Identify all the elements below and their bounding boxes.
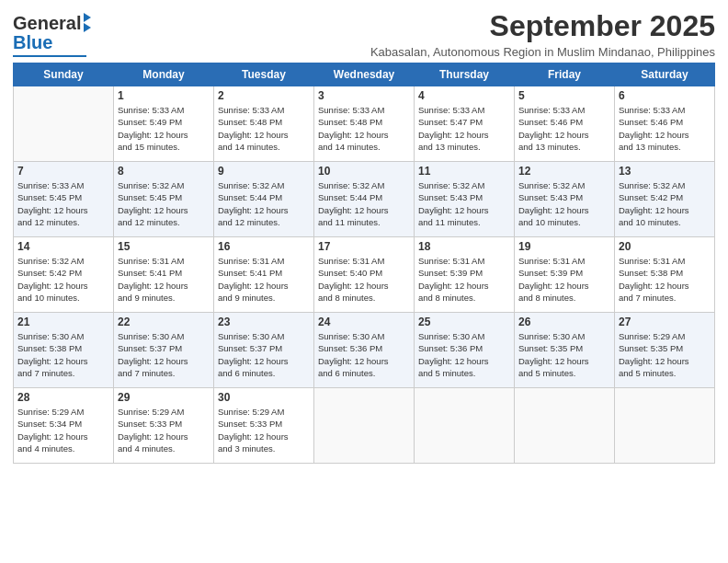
header-row: Sunday Monday Tuesday Wednesday Thursday… [14, 63, 715, 86]
day-number: 11 [418, 165, 510, 178]
calendar-cell: 8Sunrise: 5:32 AM Sunset: 5:45 PM Daylig… [114, 162, 214, 237]
day-info: Sunrise: 5:29 AM Sunset: 5:34 PM Dayligh… [17, 406, 109, 454]
day-info: Sunrise: 5:32 AM Sunset: 5:44 PM Dayligh… [218, 179, 310, 228]
day-info: Sunrise: 5:33 AM Sunset: 5:46 PM Dayligh… [518, 104, 610, 153]
day-number: 6 [619, 89, 711, 102]
calendar-cell: 12Sunrise: 5:32 AM Sunset: 5:43 PM Dayli… [515, 162, 615, 237]
week-row-4: 21Sunrise: 5:30 AM Sunset: 5:38 PM Dayli… [14, 313, 715, 388]
month-title: September 2025 [370, 9, 715, 43]
calendar-cell: 15Sunrise: 5:31 AM Sunset: 5:41 PM Dayli… [114, 237, 214, 313]
calendar-cell: 2Sunrise: 5:33 AM Sunset: 5:48 PM Daylig… [214, 86, 314, 162]
day-number: 30 [218, 391, 310, 404]
header-thursday: Thursday [415, 63, 515, 86]
day-info: Sunrise: 5:30 AM Sunset: 5:35 PM Dayligh… [518, 330, 610, 379]
calendar-cell: 21Sunrise: 5:30 AM Sunset: 5:38 PM Dayli… [14, 313, 114, 388]
day-info: Sunrise: 5:30 AM Sunset: 5:38 PM Dayligh… [17, 330, 109, 379]
day-number: 20 [619, 240, 711, 253]
day-info: Sunrise: 5:29 AM Sunset: 5:33 PM Dayligh… [118, 406, 210, 454]
week-row-5: 28Sunrise: 5:29 AM Sunset: 5:34 PM Dayli… [14, 388, 715, 464]
calendar-cell: 16Sunrise: 5:31 AM Sunset: 5:41 PM Dayli… [214, 237, 314, 313]
calendar-cell: 30Sunrise: 5:29 AM Sunset: 5:33 PM Dayli… [214, 388, 314, 464]
logo-underline [13, 55, 86, 57]
calendar-cell [415, 388, 515, 464]
calendar-cell: 11Sunrise: 5:32 AM Sunset: 5:43 PM Dayli… [415, 162, 515, 237]
day-info: Sunrise: 5:32 AM Sunset: 5:43 PM Dayligh… [518, 179, 610, 228]
day-info: Sunrise: 5:30 AM Sunset: 5:36 PM Dayligh… [418, 330, 510, 379]
day-number: 1 [118, 89, 210, 102]
day-info: Sunrise: 5:33 AM Sunset: 5:45 PM Dayligh… [17, 179, 109, 228]
calendar-cell [14, 86, 114, 162]
day-number: 22 [118, 316, 210, 328]
day-info: Sunrise: 5:29 AM Sunset: 5:35 PM Dayligh… [619, 330, 711, 379]
day-number: 28 [17, 391, 109, 404]
header-sunday: Sunday [14, 63, 114, 86]
day-info: Sunrise: 5:33 AM Sunset: 5:48 PM Dayligh… [318, 104, 410, 153]
calendar-cell: 10Sunrise: 5:32 AM Sunset: 5:44 PM Dayli… [314, 162, 415, 237]
day-number: 17 [318, 240, 410, 253]
header-friday: Friday [515, 63, 615, 86]
title-section: September 2025 Kabasalan, Autonomous Reg… [370, 9, 715, 59]
day-number: 27 [619, 316, 711, 328]
day-info: Sunrise: 5:32 AM Sunset: 5:42 PM Dayligh… [619, 179, 711, 228]
day-info: Sunrise: 5:31 AM Sunset: 5:38 PM Dayligh… [619, 255, 711, 304]
day-info: Sunrise: 5:30 AM Sunset: 5:36 PM Dayligh… [318, 330, 410, 379]
logo-text-general: General [13, 13, 81, 34]
day-number: 5 [518, 89, 610, 102]
day-info: Sunrise: 5:33 AM Sunset: 5:47 PM Dayligh… [418, 104, 510, 153]
week-row-3: 14Sunrise: 5:32 AM Sunset: 5:42 PM Dayli… [14, 237, 715, 313]
day-number: 10 [318, 165, 410, 178]
calendar-cell: 5Sunrise: 5:33 AM Sunset: 5:46 PM Daylig… [515, 86, 615, 162]
day-number: 25 [418, 316, 510, 328]
day-info: Sunrise: 5:30 AM Sunset: 5:37 PM Dayligh… [218, 330, 310, 379]
day-info: Sunrise: 5:31 AM Sunset: 5:40 PM Dayligh… [318, 255, 410, 304]
day-number: 12 [518, 165, 610, 178]
day-number: 15 [118, 240, 210, 253]
calendar-cell: 26Sunrise: 5:30 AM Sunset: 5:35 PM Dayli… [515, 313, 615, 388]
header-wednesday: Wednesday [314, 63, 415, 86]
calendar-cell: 3Sunrise: 5:33 AM Sunset: 5:48 PM Daylig… [314, 86, 415, 162]
day-number: 29 [118, 391, 210, 404]
calendar-table: Sunday Monday Tuesday Wednesday Thursday… [13, 63, 715, 464]
calendar-cell: 23Sunrise: 5:30 AM Sunset: 5:37 PM Dayli… [214, 313, 314, 388]
day-info: Sunrise: 5:33 AM Sunset: 5:46 PM Dayligh… [619, 104, 711, 153]
day-number: 24 [318, 316, 410, 328]
calendar-cell: 9Sunrise: 5:32 AM Sunset: 5:44 PM Daylig… [214, 162, 314, 237]
day-number: 19 [518, 240, 610, 253]
header-saturday: Saturday [615, 63, 715, 86]
week-row-2: 7Sunrise: 5:33 AM Sunset: 5:45 PM Daylig… [14, 162, 715, 237]
day-number: 18 [418, 240, 510, 253]
calendar-cell: 22Sunrise: 5:30 AM Sunset: 5:37 PM Dayli… [114, 313, 214, 388]
location-subtitle: Kabasalan, Autonomous Region in Muslim M… [370, 45, 715, 59]
calendar-cell: 28Sunrise: 5:29 AM Sunset: 5:34 PM Dayli… [14, 388, 114, 464]
calendar-cell: 25Sunrise: 5:30 AM Sunset: 5:36 PM Dayli… [415, 313, 515, 388]
day-info: Sunrise: 5:31 AM Sunset: 5:39 PM Dayligh… [518, 255, 610, 304]
day-info: Sunrise: 5:31 AM Sunset: 5:41 PM Dayligh… [118, 255, 210, 304]
day-info: Sunrise: 5:33 AM Sunset: 5:48 PM Dayligh… [218, 104, 310, 153]
header-tuesday: Tuesday [214, 63, 314, 86]
calendar-cell: 18Sunrise: 5:31 AM Sunset: 5:39 PM Dayli… [415, 237, 515, 313]
calendar-cell: 29Sunrise: 5:29 AM Sunset: 5:33 PM Dayli… [114, 388, 214, 464]
calendar-cell: 14Sunrise: 5:32 AM Sunset: 5:42 PM Dayli… [14, 237, 114, 313]
day-number: 4 [418, 89, 510, 102]
calendar-cell [314, 388, 415, 464]
day-info: Sunrise: 5:33 AM Sunset: 5:49 PM Dayligh… [118, 104, 210, 153]
day-number: 23 [218, 316, 310, 328]
day-number: 21 [17, 316, 109, 328]
calendar-cell: 13Sunrise: 5:32 AM Sunset: 5:42 PM Dayli… [615, 162, 715, 237]
header-monday: Monday [114, 63, 214, 86]
day-number: 7 [17, 165, 109, 178]
day-number: 14 [17, 240, 109, 253]
calendar-cell: 20Sunrise: 5:31 AM Sunset: 5:38 PM Dayli… [615, 237, 715, 313]
day-number: 2 [218, 89, 310, 102]
day-number: 3 [318, 89, 410, 102]
day-number: 26 [518, 316, 610, 328]
day-number: 13 [619, 165, 711, 178]
day-info: Sunrise: 5:30 AM Sunset: 5:37 PM Dayligh… [118, 330, 210, 379]
day-info: Sunrise: 5:31 AM Sunset: 5:41 PM Dayligh… [218, 255, 310, 304]
calendar-cell: 17Sunrise: 5:31 AM Sunset: 5:40 PM Dayli… [314, 237, 415, 313]
logo: General Blue [13, 13, 91, 57]
calendar-cell: 1Sunrise: 5:33 AM Sunset: 5:49 PM Daylig… [114, 86, 214, 162]
day-info: Sunrise: 5:31 AM Sunset: 5:39 PM Dayligh… [418, 255, 510, 304]
calendar-cell [515, 388, 615, 464]
calendar-cell: 7Sunrise: 5:33 AM Sunset: 5:45 PM Daylig… [14, 162, 114, 237]
